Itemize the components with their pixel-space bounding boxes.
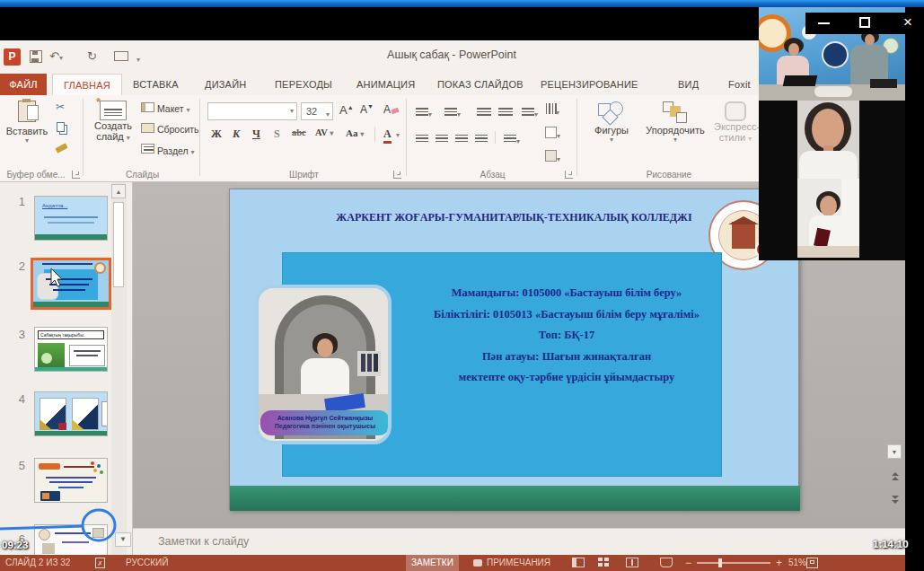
notes-pane[interactable]: Заметки к слайду (133, 528, 905, 555)
comments-toggle-button[interactable]: ПРИМЕЧАНИЯ (487, 555, 550, 571)
columns-icon[interactable]: ▾ (504, 131, 520, 147)
justify-icon[interactable] (475, 131, 488, 147)
smartart-icon[interactable]: ▾ (545, 149, 560, 165)
thumb-number-5: 5 (9, 459, 25, 472)
teacher-photo[interactable]: Асанова Нұргүл Сейтжанқызы Педагогика пә… (255, 285, 392, 444)
laptop-right (870, 79, 897, 88)
language-status[interactable]: РУССКИЙ (126, 555, 168, 571)
slide-counter: СЛАЙД 2 ИЗ 32 (5, 555, 70, 571)
zoom-slider-track[interactable] (697, 562, 770, 564)
spell-check-icon[interactable]: ✗ (95, 558, 105, 568)
format-painter-icon[interactable] (55, 143, 67, 153)
thumbnail-slide-3[interactable]: Сабақтың тақырыбы: (34, 327, 108, 372)
tab-transitions[interactable]: ПЕРЕХОДЫ (275, 74, 332, 95)
window-controls: × (805, 13, 924, 34)
shapes-button[interactable]: Фигуры ▾ (586, 99, 637, 169)
slide-canvas[interactable]: ЖАРКЕНТ ЖОҒАРЫ-ГУМАНИТАРЛЫҚ-ТЕХНИКАЛЫҚ К… (229, 189, 799, 510)
thumbnail-slide-1[interactable]: Андатпа... (34, 196, 108, 241)
paragraph-group-label: Абзац (409, 170, 576, 180)
font-name-combo[interactable]: ▾ (207, 102, 297, 120)
clipboard-dialog-launcher[interactable] (72, 171, 80, 179)
copy-icon[interactable] (57, 122, 65, 132)
font-dialog-launcher[interactable] (393, 171, 401, 179)
slide-bottom-band (230, 486, 800, 511)
increase-indent-icon[interactable] (498, 104, 513, 120)
tab-slideshow[interactable]: ПОКАЗ СЛАЙДОВ (437, 74, 524, 95)
align-right-icon[interactable] (455, 131, 468, 147)
italic-button[interactable]: К (233, 127, 240, 141)
thumbnail-slide-4[interactable] (34, 391, 108, 436)
tab-foxit[interactable]: Foxit (728, 74, 751, 95)
close-icon[interactable]: × (899, 13, 917, 34)
shrink-font-icon[interactable]: A▼ (360, 103, 374, 116)
bold-button[interactable]: Ж (211, 127, 222, 141)
minimize-icon[interactable] (818, 22, 830, 24)
slide-text-block[interactable]: Мамандығы: 0105000 «Бастауыш білім беру»… (396, 283, 737, 389)
decrease-indent-icon[interactable] (477, 104, 491, 120)
grow-font-icon[interactable]: A▲ (339, 103, 354, 117)
zoom-in-icon[interactable]: + (776, 555, 782, 571)
font-color-button[interactable]: А (383, 127, 392, 144)
new-slide-button[interactable]: * Создать слайд ▾ (90, 99, 136, 169)
text-direction-icon[interactable]: ▾ (545, 102, 559, 119)
laptop-left (783, 75, 818, 86)
zoom-out-icon[interactable]: − (685, 555, 691, 571)
font-color-dropdown[interactable]: ▾ (396, 131, 400, 139)
cut-icon[interactable]: ✂ (56, 101, 65, 113)
thumb-scroll-up-icon[interactable]: ▲ (111, 184, 126, 198)
zoom-level[interactable]: 51% (788, 555, 806, 571)
tab-insert[interactable]: ВСТАВКА (133, 74, 179, 95)
align-left-icon[interactable] (416, 131, 428, 147)
slide-sorter-view-icon[interactable] (598, 558, 609, 567)
align-text-icon[interactable]: ▾ (545, 126, 560, 142)
line-spacing-icon[interactable]: ▾ (522, 104, 538, 120)
clear-formatting-icon[interactable]: A (383, 103, 399, 116)
normal-view-icon[interactable] (572, 558, 585, 567)
thumbnail-slide-5[interactable] (34, 458, 108, 503)
fit-to-window-icon[interactable] (806, 558, 818, 568)
tab-animations[interactable]: АНИМАЦИЯ (356, 74, 415, 95)
numbering-icon[interactable]: ▾ (444, 104, 461, 120)
scroll-down-icon[interactable]: ▼ (887, 444, 902, 459)
previous-slide-button[interactable] (889, 471, 902, 481)
notes-toggle-button[interactable]: ЗАМЕТКИ (406, 555, 459, 571)
reading-view-icon[interactable] (626, 558, 638, 567)
thumb-number-3: 3 (9, 328, 25, 341)
next-slide-button[interactable] (889, 495, 902, 505)
quick-styles-button[interactable]: Экспресс- стили ▾ (714, 99, 757, 169)
zoom-slider-thumb[interactable] (718, 558, 722, 567)
thumb-scroll-thumb[interactable] (113, 202, 124, 287)
tab-home[interactable]: ГЛАВНАЯ (52, 74, 122, 95)
maximize-icon[interactable] (859, 17, 870, 28)
total-time-label: 1:14:10 (873, 539, 909, 549)
character-spacing-button[interactable]: AV ▾ (315, 127, 333, 137)
tab-review[interactable]: РЕЦЕНЗИРОВАНИЕ (541, 74, 638, 95)
thumbnail-slide-2[interactable] (31, 258, 111, 310)
notes-placeholder: Заметки к слайду (158, 535, 249, 548)
layout-button[interactable]: Макет ▾ (141, 102, 190, 116)
clipboard-group-label: Буфер обме... (0, 170, 72, 180)
group-paragraph: ▾ ▾ ▾ ▾ ▾ ▾ ▾ Абзац (409, 95, 576, 182)
font-size-combo[interactable]: 32▾ (301, 102, 333, 120)
change-case-button[interactable]: Aa ▾ (346, 127, 364, 138)
tab-file[interactable]: ФАЙЛ (0, 74, 47, 95)
video-feed-participant-2[interactable] (797, 179, 859, 258)
text-shadow-button[interactable]: S (274, 127, 280, 141)
strikethrough-button[interactable]: abc (292, 127, 306, 137)
arrange-button[interactable]: Упорядочить ▾ (640, 99, 710, 169)
thumb-number-1: 1 (9, 195, 25, 208)
underline-button[interactable]: Ч (252, 127, 260, 141)
section-button[interactable]: Раздел ▾ (141, 144, 195, 158)
slideshow-view-icon[interactable] (660, 558, 673, 567)
align-center-icon[interactable] (436, 131, 448, 147)
backdrop-emblem-navy (822, 41, 849, 68)
thumbnail-scrollbar[interactable]: ▲ (111, 182, 127, 555)
tab-view[interactable]: ВИД (678, 74, 699, 95)
video-feed-participant-1[interactable] (797, 101, 859, 179)
paste-button[interactable]: Вставить ▾ (4, 99, 50, 163)
bullets-icon[interactable]: ▾ (416, 104, 432, 120)
tab-design[interactable]: ДИЗАЙН (205, 74, 246, 95)
reset-button[interactable]: Сбросить (141, 123, 199, 136)
paragraph-dialog-launcher[interactable] (565, 171, 573, 179)
projector (814, 86, 852, 97)
